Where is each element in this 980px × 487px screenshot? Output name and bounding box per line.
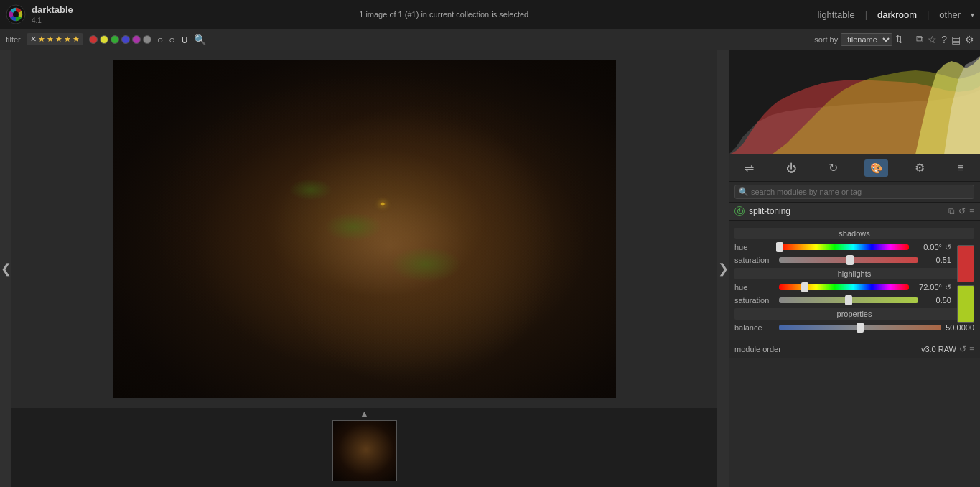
balance-thumb[interactable] xyxy=(857,323,864,333)
module-tab-presets[interactable]: ↻ xyxy=(823,158,844,177)
app-version: 4.1 xyxy=(32,17,73,24)
app-title: darktable xyxy=(32,4,73,15)
top-icon-buttons: ⧉ ☆ ? ▤ ⚙ xyxy=(916,33,974,45)
nav-lighttable[interactable]: lighttable xyxy=(815,8,858,22)
circle-filter-1[interactable]: ○ xyxy=(157,34,163,45)
main-content: ❮ ▲ ❯ xyxy=(0,50,980,487)
filmstrip-collapse-arrow[interactable]: ▲ xyxy=(360,408,370,419)
shadows-hue-label: hue xyxy=(734,243,776,251)
cat-image-background xyxy=(113,60,616,398)
top-bar-left: darktable 4.1 xyxy=(6,4,73,24)
settings-icon[interactable]: ⚙ xyxy=(965,34,974,45)
color-dot-blue[interactable] xyxy=(121,35,130,44)
svg-point-2 xyxy=(13,11,19,17)
color-dot-yellow[interactable] xyxy=(100,35,108,44)
circle-filter-2[interactable]: ○ xyxy=(169,34,174,45)
highlights-params: hue 72.00° ↺ saturation xyxy=(734,282,974,305)
split-toning-copy[interactable]: ⧉ xyxy=(948,206,955,216)
help-icon[interactable]: ? xyxy=(941,34,947,45)
filter-label: filter xyxy=(6,35,21,44)
metadata-icon[interactable]: ▤ xyxy=(951,34,961,45)
leaf-1 xyxy=(325,213,382,241)
nav-other[interactable]: other xyxy=(936,8,963,22)
bookmark-icon[interactable]: ☆ xyxy=(928,34,937,45)
split-toning-menu[interactable]: ≡ xyxy=(969,206,974,216)
shadows-hue-row: hue 0.00° ↺ xyxy=(734,242,951,252)
module-order-value: v3.0 RAW xyxy=(921,345,956,353)
module-tab-color[interactable]: 🎨 xyxy=(864,159,888,177)
overlay-icon[interactable]: ⧉ xyxy=(916,33,923,45)
highlights-hue-value: 72.00° xyxy=(912,283,942,292)
leaf-3 xyxy=(390,246,462,282)
histogram xyxy=(729,50,980,154)
color-filters xyxy=(89,35,151,44)
shadows-section-label: shadows xyxy=(734,228,974,239)
color-dot-red[interactable] xyxy=(89,35,98,44)
highlights-sat-row: saturation 0.50 xyxy=(734,295,951,305)
main-image xyxy=(113,60,616,398)
split-toning-header[interactable]: ⏻ split-toning ⧉ ↺ ≡ xyxy=(729,203,980,221)
highlights-sat-thumb[interactable] xyxy=(845,295,852,305)
modules-panel: ⏻ split-toning ⧉ ↺ ≡ shadows h xyxy=(729,203,980,487)
highlights-sat-label: saturation xyxy=(734,296,776,305)
module-order-reset[interactable]: ↺ xyxy=(959,344,966,354)
top-nav: lighttable | darkroom | other ▾ xyxy=(815,8,974,22)
module-order-actions: ↺ ≡ xyxy=(959,344,974,354)
module-search-icon: 🔍 xyxy=(739,187,749,197)
highlights-hue-slider[interactable] xyxy=(779,282,909,292)
search-icon[interactable]: 🔍 xyxy=(194,34,206,45)
split-toning-body: shadows hue 0.00° ↺ xyxy=(729,221,980,340)
module-order-menu[interactable]: ≡ xyxy=(969,344,974,354)
app-logo xyxy=(6,4,26,24)
module-tab-settings[interactable]: ⚙ xyxy=(909,158,930,177)
status-text: 1 image of 1 (#1) in current collection … xyxy=(73,10,815,19)
module-search-input[interactable] xyxy=(734,185,974,199)
shadows-hue-thumb[interactable] xyxy=(776,242,783,252)
balance-value: 50.0000 xyxy=(944,323,974,332)
shadows-sat-slider[interactable] xyxy=(779,255,918,265)
shadows-sat-thumb[interactable] xyxy=(846,255,854,265)
module-tab-menu[interactable]: ≡ xyxy=(951,159,969,177)
filmstrip-thumbnail[interactable] xyxy=(332,420,397,481)
star-4: ★ xyxy=(64,34,71,44)
sort-dropdown[interactable]: filename date rating xyxy=(841,33,892,46)
balance-track xyxy=(779,325,941,330)
prev-image-button[interactable]: ❮ xyxy=(0,50,11,487)
sort-label: sort by xyxy=(814,35,838,44)
shadows-hue-reset[interactable]: ↺ xyxy=(945,243,951,252)
color-dot-gray[interactable] xyxy=(143,35,151,44)
highlights-sat-slider[interactable] xyxy=(779,295,918,305)
star-rating-filter[interactable]: ✕ ★ ★ ★ ★ ★ xyxy=(27,33,83,45)
union-filter[interactable]: ∪ xyxy=(181,34,188,45)
shadows-params: hue 0.00° ↺ saturation xyxy=(734,242,974,265)
module-toolbar: ⇌ ⏻ ↻ 🎨 ⚙ ≡ xyxy=(729,154,980,182)
top-bar: darktable 4.1 1 image of 1 (#1) in curre… xyxy=(0,0,980,29)
module-order-row: module order v3.0 RAW ↺ ≡ xyxy=(729,340,980,358)
split-toning-power[interactable]: ⏻ xyxy=(734,206,745,216)
module-order-label: module order xyxy=(734,345,918,353)
split-toning-reset[interactable]: ↺ xyxy=(958,206,966,216)
sort-section: sort by filename date rating ⇅ xyxy=(814,33,903,46)
next-image-button[interactable]: ❯ xyxy=(717,50,729,487)
image-area xyxy=(11,50,717,408)
nav-dropdown-arrow[interactable]: ▾ xyxy=(971,11,974,19)
shadows-sat-row: saturation 0.51 xyxy=(734,255,951,265)
highlights-hue-thumb[interactable] xyxy=(801,282,808,292)
module-search-wrap: 🔍 xyxy=(734,185,974,199)
balance-slider-wrap[interactable] xyxy=(779,323,941,333)
split-toning-actions: ⧉ ↺ ≡ xyxy=(948,206,974,216)
sort-direction-icon[interactable]: ⇅ xyxy=(895,34,903,45)
module-tab-onoff[interactable]: ⏻ xyxy=(780,159,802,177)
nav-darkroom[interactable]: darkroom xyxy=(874,8,920,22)
color-dot-green[interactable] xyxy=(111,35,119,44)
highlights-hue-label: hue xyxy=(734,283,776,292)
shadows-hue-slider[interactable] xyxy=(779,242,909,252)
shadows-color-preview xyxy=(957,245,974,282)
split-toning-module: ⏻ split-toning ⧉ ↺ ≡ shadows h xyxy=(729,203,980,358)
highlights-hue-reset[interactable]: ↺ xyxy=(945,283,951,292)
module-tab-parametric[interactable]: ⇌ xyxy=(739,158,760,177)
color-dot-purple[interactable] xyxy=(132,35,141,44)
center-area: ▲ xyxy=(11,50,717,487)
shadows-sat-value: 0.51 xyxy=(921,256,951,264)
shadows-hue-track xyxy=(779,244,909,250)
